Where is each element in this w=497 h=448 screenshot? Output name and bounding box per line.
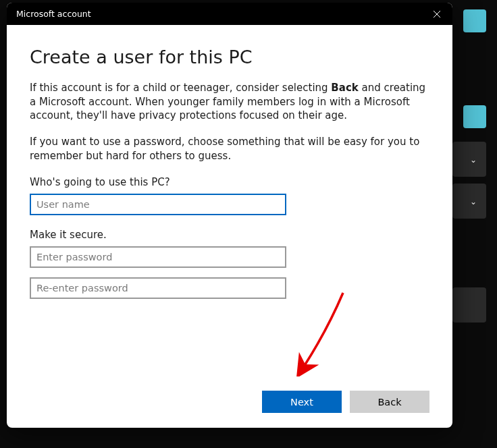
dialog-content: Create a user for this PC If this accoun… xyxy=(7,25,452,428)
who-label: Who's going to use this PC? xyxy=(30,176,429,188)
chevron-down-icon: ⌄ xyxy=(470,197,477,206)
para1-bold: Back xyxy=(331,82,358,94)
microsoft-account-dialog: Microsoft account Create a user for this… xyxy=(7,3,452,428)
close-icon xyxy=(434,11,440,18)
intro-paragraph-1: If this account is for a child or teenag… xyxy=(30,81,428,123)
para1-pre: If this account is for a child or teenag… xyxy=(30,82,331,94)
button-row: Next Back xyxy=(262,391,429,413)
titlebar: Microsoft account xyxy=(7,3,452,25)
close-button[interactable] xyxy=(421,3,452,25)
secure-label: Make it secure. xyxy=(30,229,429,241)
bg-tile-accent-2 xyxy=(463,105,486,128)
bg-tile-accent-1 xyxy=(463,9,486,32)
intro-paragraph-2: If you want to use a password, choose so… xyxy=(30,135,428,163)
page-title: Create a user for this PC xyxy=(30,47,429,67)
chevron-down-icon: ⌄ xyxy=(470,155,477,165)
confirm-password-input[interactable] xyxy=(30,277,286,299)
next-button[interactable]: Next xyxy=(262,391,342,413)
back-button[interactable]: Back xyxy=(350,391,429,413)
username-input[interactable] xyxy=(30,194,286,215)
password-input[interactable] xyxy=(30,246,286,268)
window-title: Microsoft account xyxy=(16,9,421,19)
bg-expander-3 xyxy=(452,287,486,323)
